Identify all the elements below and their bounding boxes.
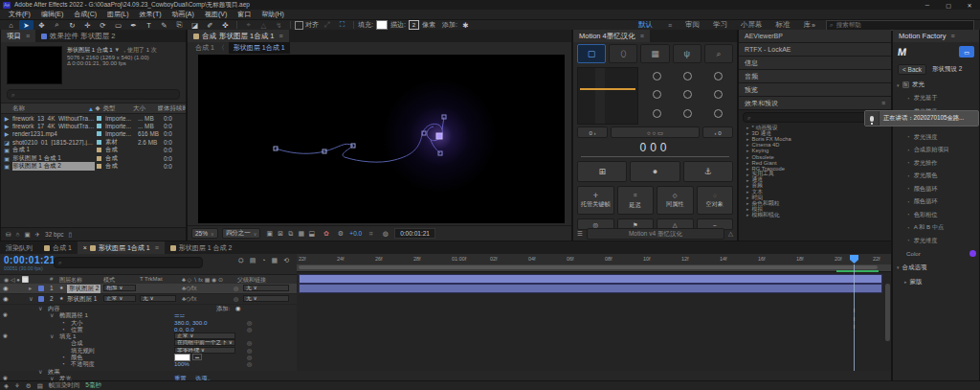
twirl-right-icon[interactable]: ▸: [746, 177, 749, 183]
stopwatch-icon[interactable]: ◔: [906, 212, 910, 218]
stopwatch-icon[interactable]: ◔: [906, 134, 910, 140]
orbit-tool-icon[interactable]: ↻: [65, 20, 79, 30]
sort-arrow-icon[interactable]: ▲: [88, 105, 96, 112]
color-picker-icon[interactable]: ▬: [192, 354, 202, 360]
motion-mid-button-1[interactable]: ●: [630, 161, 679, 182]
label-chip[interactable]: [97, 131, 101, 136]
align-toggle[interactable]: 对齐: [295, 20, 319, 30]
value-right-field[interactable]: ‹ 0: [702, 126, 733, 138]
value-left-field[interactable]: 0 ›: [577, 126, 608, 138]
project-row[interactable]: ▶firework_17_4K_WithoutTrail.mp4Importe.…: [1, 122, 186, 129]
viewer-option-icon[interactable]: ▣: [264, 230, 275, 238]
project-search-input[interactable]: ⌕: [7, 89, 180, 100]
status-icon[interactable]: ▤: [37, 382, 43, 390]
stopwatch-icon[interactable]: ◔: [906, 160, 910, 166]
viewer-option-icon[interactable]: ▦: [296, 230, 306, 238]
layer-bar-1[interactable]: [299, 274, 882, 284]
anchor-dot[interactable]: [714, 72, 723, 80]
layer-name[interactable]: 形状图层 2: [67, 285, 100, 293]
mf-property-row[interactable]: ◔发光颜色: [893, 170, 979, 183]
menu-item[interactable]: 窗口: [233, 10, 256, 19]
pickwhip-icon[interactable]: ◎: [247, 347, 252, 354]
eraser-tool-icon[interactable]: ◪: [188, 20, 202, 30]
property-row[interactable]: ◉∨椭圆路径 1⚌⚍: [0, 311, 297, 318]
anchor-dot[interactable]: [653, 72, 661, 80]
property-row[interactable]: 填充规则非零环绕 ∨◎: [0, 347, 297, 354]
new-folder-icon[interactable]: ⛣: [15, 231, 19, 239]
column-type[interactable]: 类型: [102, 104, 132, 113]
pen-tool-icon[interactable]: ✒: [126, 20, 141, 30]
scale-icon[interactable]: ⤢: [320, 20, 334, 30]
layer-row[interactable]: ◉▸1★形状图层 2相加 ∨♣◇∕fx◎无 ∨: [0, 284, 297, 294]
roto-brush-tool-icon[interactable]: ✐: [203, 20, 217, 30]
layer-bar-2[interactable]: [299, 284, 882, 293]
twirl-right-icon[interactable]: ▸: [746, 148, 749, 153]
eye-icon[interactable]: ◉: [3, 285, 9, 292]
status-icon[interactable]: ⚙: [26, 382, 32, 390]
twirl-right-icon[interactable]: ▸: [746, 136, 749, 142]
property-dropdown[interactable]: 非零环绕 ∨: [174, 347, 235, 354]
anchor-dot[interactable]: [653, 90, 661, 99]
project-flowchart-icon[interactable]: ✈: [35, 231, 40, 239]
effects-presets-header[interactable]: 效果和预设 ≡: [739, 97, 891, 110]
timeline-option-icon[interactable]: ⛭: [238, 257, 244, 264]
timeline-tab-合成 1[interactable]: 合成 1: [38, 241, 78, 254]
layer-name[interactable]: 形状图层 1: [67, 295, 97, 304]
burst-tool[interactable]: ⬯: [609, 44, 637, 63]
exposure-value[interactable]: +0.0: [349, 230, 362, 237]
property-row[interactable]: ◔大小380.0, 300.0◎: [0, 319, 297, 326]
property-value[interactable]: 0.0, 0.0: [174, 326, 194, 333]
stroke-swatch[interactable]: 2: [409, 20, 419, 30]
pickwhip-icon[interactable]: ◎: [247, 339, 252, 346]
label-chip[interactable]: [97, 140, 101, 145]
twirl-icon[interactable]: ∨: [29, 295, 33, 303]
twirl-right-icon[interactable]: ▸: [746, 183, 749, 189]
workspace-tab-学习[interactable]: 学习: [713, 20, 727, 30]
panel-menu-icon[interactable]: ≡: [155, 244, 159, 251]
label-chip[interactable]: [97, 148, 101, 152]
viewer-option-icon[interactable]: ⬓: [306, 230, 317, 238]
selection-tool-icon[interactable]: ➤: [19, 20, 33, 30]
trash-icon[interactable]: ▯: [69, 231, 73, 239]
timeline-tab-渲染队列[interactable]: 渲染队列: [0, 241, 38, 254]
property-row[interactable]: ◔颜色▬◎: [0, 354, 297, 360]
property-value[interactable]: 380.0, 300.0: [174, 319, 207, 326]
twirl-icon[interactable]: ▸: [29, 285, 32, 292]
breadcrumb-current[interactable]: 形状图层 1合成 1: [229, 42, 290, 54]
menu-item[interactable]: 效果(T): [135, 10, 167, 19]
timeline-tab-形状图层 1合成 1[interactable]: ×形状图层 1合成 1≡: [78, 241, 165, 254]
eye-icon[interactable]: ◉: [3, 311, 8, 317]
menu-item[interactable]: 文件(F): [4, 10, 35, 19]
menu-item[interactable]: 编辑(E): [36, 10, 68, 19]
pan-behind-tool-icon[interactable]: ✛: [80, 20, 95, 30]
pickwhip-icon[interactable]: ◎: [234, 295, 238, 302]
motion-button-空对象[interactable]: ◌空对象: [697, 186, 734, 215]
stopwatch-icon[interactable]: ◔: [61, 354, 65, 360]
anchor-dot[interactable]: [714, 90, 723, 99]
mode-dropdown[interactable]: 相加 ∨: [103, 285, 136, 291]
chat-button[interactable]: ▭: [959, 46, 974, 57]
project-row[interactable]: ▶firework_13_4K_WithoutTrail.mp4Importe.…: [1, 114, 186, 122]
expand-icon[interactable]: ⛶: [335, 20, 349, 30]
timeline-search-input[interactable]: ⌕: [54, 257, 203, 268]
twirl-right-icon[interactable]: ▸: [746, 189, 749, 195]
property-value[interactable]: ⚌⚍: [174, 311, 185, 318]
close-button[interactable]: ✕: [959, 2, 980, 9]
mf-property-row[interactable]: ◔A 和 B 中点: [893, 221, 979, 235]
viewer-option-icon[interactable]: ⧉: [285, 230, 296, 238]
menu-item[interactable]: 动画(A): [167, 10, 199, 19]
viewer-timecode[interactable]: 0:00:01:21: [394, 228, 435, 239]
stopwatch-icon[interactable]: ◔: [906, 199, 910, 205]
parent-dropdown[interactable]: 无 ∨: [243, 295, 289, 302]
back-button[interactable]: < Back: [898, 64, 926, 75]
panel-header-预览[interactable]: 预览: [739, 83, 891, 97]
compositing-options-row[interactable]: ▾ 合成选项: [893, 261, 979, 275]
axis-tool-icon[interactable]: ↯: [272, 20, 286, 30]
channel-icon[interactable]: ◍: [380, 230, 390, 238]
panel-menu-icon[interactable]: ≡: [951, 33, 955, 39]
motion-button-延迟[interactable]: ⌗延迟: [617, 186, 655, 215]
stopwatch-icon[interactable]: ◔: [61, 319, 65, 326]
twirl-icon[interactable]: ∨: [38, 305, 43, 311]
mf-property-row[interactable]: ◔颜色循环: [893, 195, 979, 209]
twirl-right-icon[interactable]: ▸: [746, 212, 749, 218]
